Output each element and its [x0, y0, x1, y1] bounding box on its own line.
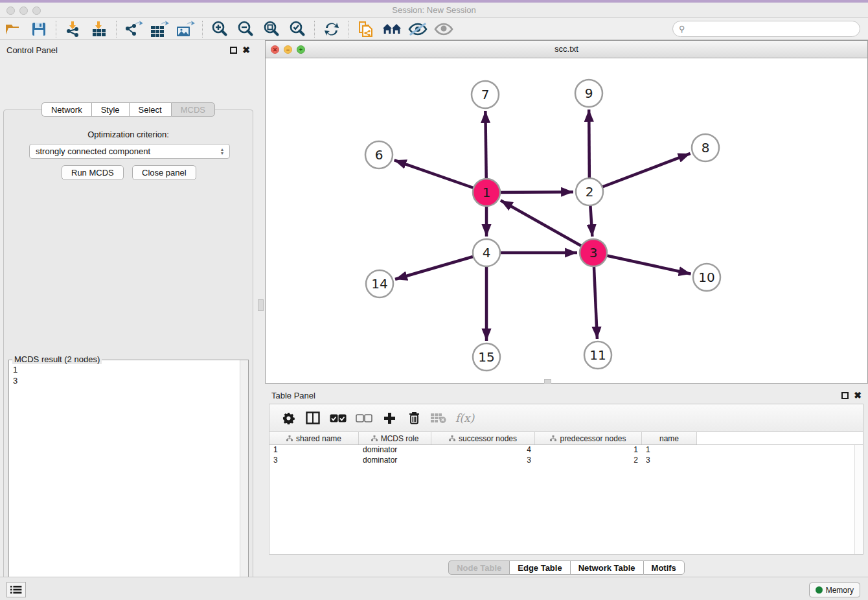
- mcds-result-line: 3: [13, 375, 17, 386]
- tab-node-table[interactable]: Node Table: [448, 560, 509, 575]
- export-network-icon[interactable]: [124, 20, 143, 38]
- tab-network[interactable]: Network: [41, 102, 91, 117]
- graph-node-label: 6: [375, 147, 383, 163]
- memory-status-icon: [816, 586, 823, 594]
- graph-edge-1-6[interactable]: [394, 160, 486, 192]
- close-panel-icon[interactable]: ✖: [242, 45, 250, 55]
- save-session-icon[interactable]: [29, 20, 49, 38]
- graph-node-label: 11: [589, 347, 606, 363]
- delete-table-icon[interactable]: [431, 410, 446, 426]
- import-table-icon[interactable]: [89, 20, 109, 38]
- settings-gear-icon[interactable]: [280, 410, 296, 426]
- cell-name[interactable]: 1: [642, 445, 697, 456]
- tab-style[interactable]: Style: [91, 102, 129, 117]
- table-panel: Table Panel ✖ f(x): [265, 386, 868, 577]
- add-column-icon[interactable]: [382, 410, 397, 426]
- cell-mcds-role[interactable]: dominator: [359, 456, 431, 466]
- open-session-icon[interactable]: [3, 20, 23, 38]
- tab-select[interactable]: Select: [129, 102, 171, 117]
- optimization-criterion-select[interactable]: strongly connected component ▲▼: [29, 144, 230, 159]
- network-close-icon[interactable]: ✕: [271, 45, 279, 54]
- export-image-icon[interactable]: [176, 20, 195, 38]
- tab-network-table[interactable]: Network Table: [570, 560, 643, 575]
- graph-node-label: 3: [589, 245, 598, 260]
- window-minimize-button[interactable]: [19, 6, 28, 15]
- select-stepper-icon: ▲▼: [218, 146, 227, 157]
- close-panel-button[interactable]: Close panel: [132, 165, 196, 180]
- horizontal-splitter-handle[interactable]: [544, 379, 551, 384]
- tab-motifs[interactable]: Motifs: [643, 560, 685, 575]
- graph-node-label: 4: [483, 245, 491, 260]
- split-column-icon[interactable]: [305, 410, 321, 426]
- zoom-selected-icon[interactable]: [288, 20, 307, 38]
- memory-button[interactable]: Memory: [809, 583, 860, 597]
- zoom-out-icon[interactable]: [236, 20, 255, 38]
- task-history-button[interactable]: [6, 582, 26, 597]
- cell-shared-name[interactable]: 1: [269, 445, 359, 456]
- toolbar-separator: [314, 21, 315, 38]
- window-maximize-button[interactable]: [32, 6, 41, 15]
- zoom-in-icon[interactable]: [210, 20, 229, 38]
- column-header-shared-name[interactable]: shared name: [269, 432, 359, 444]
- mcds-result-title: MCDS result (2 nodes): [12, 354, 102, 364]
- search-input[interactable]: ⚲: [672, 21, 860, 37]
- toolbar-separator: [56, 21, 56, 38]
- import-network-icon[interactable]: [63, 20, 83, 38]
- vertical-splitter-handle[interactable]: [258, 299, 264, 311]
- network-graph: 7968124314101511: [266, 58, 867, 383]
- table-panel-title: Table Panel: [271, 391, 315, 400]
- float-panel-icon[interactable]: [841, 392, 849, 399]
- cell-predecessor-nodes[interactable]: 1: [535, 445, 642, 456]
- graph-edge-3-1[interactable]: [501, 200, 593, 253]
- cell-successor-nodes[interactable]: 3: [431, 456, 535, 466]
- houses-icon[interactable]: [382, 20, 402, 38]
- tab-edge-table[interactable]: Edge Table: [509, 560, 569, 575]
- zoom-fit-icon[interactable]: [262, 20, 281, 38]
- export-table-icon[interactable]: [150, 20, 169, 38]
- table-row[interactable]: 1 dominator 4 1 1: [269, 445, 863, 456]
- column-header-mcds-role[interactable]: MCDS role: [359, 432, 431, 444]
- cell-shared-name[interactable]: 3: [269, 456, 359, 466]
- checked-boxes-icon[interactable]: [330, 410, 347, 426]
- graph-edge-2-8[interactable]: [589, 154, 691, 192]
- column-header-name[interactable]: name: [642, 432, 697, 444]
- toolbar-separator: [116, 21, 117, 38]
- table-scrollbar[interactable]: [854, 445, 863, 554]
- window-title: Session: New Session: [0, 3, 868, 17]
- show-all-icon[interactable]: [434, 20, 453, 38]
- tab-mcds[interactable]: MCDS: [171, 102, 215, 117]
- graph-node-label: 9: [585, 86, 593, 101]
- cell-name[interactable]: 3: [642, 456, 697, 466]
- search-field[interactable]: [685, 24, 860, 34]
- network-canvas[interactable]: 7968124314101511: [266, 58, 867, 383]
- clone-network-icon[interactable]: [356, 20, 376, 38]
- network-minimize-icon[interactable]: −: [284, 45, 292, 54]
- hide-selected-icon[interactable]: [408, 20, 428, 38]
- control-panel-title: Control Panel: [6, 45, 58, 55]
- window-titlebar: Session: New Session: [0, 3, 868, 18]
- toolbar-separator: [202, 21, 203, 38]
- network-view-window: ✕ − + scc.txt 7968124314101511: [265, 40, 868, 384]
- status-bar: Memory: [0, 577, 868, 600]
- column-header-predecessor-nodes[interactable]: predecessor nodes: [535, 432, 642, 444]
- run-mcds-button[interactable]: Run MCDS: [62, 165, 124, 180]
- network-window-titlebar[interactable]: ✕ − + scc.txt: [266, 41, 867, 58]
- network-zoom-icon[interactable]: +: [297, 45, 305, 54]
- window-close-button[interactable]: [6, 6, 15, 15]
- unchecked-boxes-icon[interactable]: [356, 410, 372, 426]
- close-panel-icon[interactable]: ✖: [854, 390, 862, 400]
- cell-predecessor-nodes[interactable]: 2: [535, 456, 642, 466]
- column-header-successor-nodes[interactable]: successor nodes: [431, 432, 535, 444]
- search-icon: ⚲: [679, 24, 685, 34]
- refresh-view-icon[interactable]: [322, 20, 341, 38]
- mcds-scrollbar[interactable]: [240, 360, 248, 600]
- graph-edge-3-10[interactable]: [593, 253, 691, 274]
- function-fx-icon[interactable]: f(x): [455, 410, 474, 426]
- table-row[interactable]: 3 dominator 3 2 3: [269, 456, 863, 466]
- cell-mcds-role[interactable]: dominator: [359, 445, 431, 456]
- cell-successor-nodes[interactable]: 4: [431, 445, 535, 456]
- mcds-result-line: 1: [13, 364, 17, 375]
- float-panel-icon[interactable]: [230, 47, 237, 54]
- control-panel: Control Panel ✖ Network Style Select MCD…: [0, 40, 257, 577]
- delete-trash-icon[interactable]: [406, 410, 422, 426]
